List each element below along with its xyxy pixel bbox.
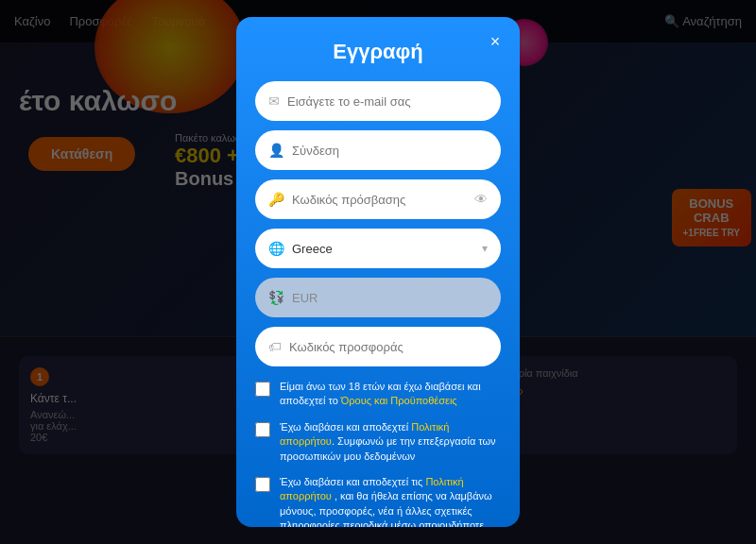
user-icon: 👤	[268, 143, 284, 158]
email-field-container: ✉	[255, 81, 501, 121]
terms-link[interactable]: Όρους και Προϋποθέσεις	[341, 395, 457, 406]
privacy2-label: Έχω διαβάσει και αποδεχτεί τις Πολιτική …	[280, 475, 501, 527]
tag-icon: 🏷	[268, 339, 282, 354]
password-input[interactable]	[292, 193, 467, 207]
username-input[interactable]	[292, 144, 488, 158]
privacy2-link[interactable]: Πολιτική απορρήτου	[280, 476, 464, 502]
modal-title: Εγγραφή	[255, 40, 501, 64]
terms-checkbox-row: Είμαι άνω των 18 ετών και έχω διαβάσει κ…	[255, 380, 501, 409]
privacy1-checkbox-row: Έχω διαβάσει και αποδεχτεί Πολιτική απορ…	[255, 420, 501, 464]
promo-input[interactable]	[289, 340, 488, 354]
eye-icon[interactable]: 👁	[474, 192, 488, 207]
terms-label: Είμαι άνω των 18 ετών και έχω διαβάσει κ…	[280, 380, 501, 409]
promo-field-container: 🏷	[255, 327, 501, 366]
privacy1-label: Έχω διαβάσει και αποδεχτεί Πολιτική απορ…	[280, 420, 501, 464]
email-icon: ✉	[268, 94, 280, 109]
modal-overlay: × Εγγραφή ✉ 👤 🔑 👁 🌐 Greece ▾	[0, 0, 756, 544]
privacy2-checkbox-row: Έχω διαβάσει και αποδεχτεί τις Πολιτική …	[255, 475, 501, 527]
password-field-container: 🔑 👁	[255, 179, 501, 219]
chevron-down-icon: ▾	[482, 242, 488, 255]
currency-input	[292, 291, 488, 305]
terms-checkbox[interactable]	[255, 382, 270, 397]
close-button[interactable]: ×	[484, 30, 507, 53]
registration-modal: × Εγγραφή ✉ 👤 🔑 👁 🌐 Greece ▾	[236, 17, 520, 527]
globe-icon: 🌐	[268, 241, 284, 256]
privacy2-checkbox[interactable]	[255, 477, 270, 492]
username-field-container: 👤	[255, 130, 501, 170]
privacy1-link[interactable]: Πολιτική απορρήτου	[280, 421, 449, 447]
currency-field-container: 💱	[255, 278, 501, 317]
privacy1-checkbox[interactable]	[255, 422, 270, 437]
email-input[interactable]	[287, 94, 488, 109]
currency-icon: 💱	[268, 290, 284, 305]
key-icon: 🔑	[268, 192, 284, 207]
country-select[interactable]: Greece	[292, 242, 482, 256]
country-field-container: 🌐 Greece ▾	[255, 229, 501, 268]
